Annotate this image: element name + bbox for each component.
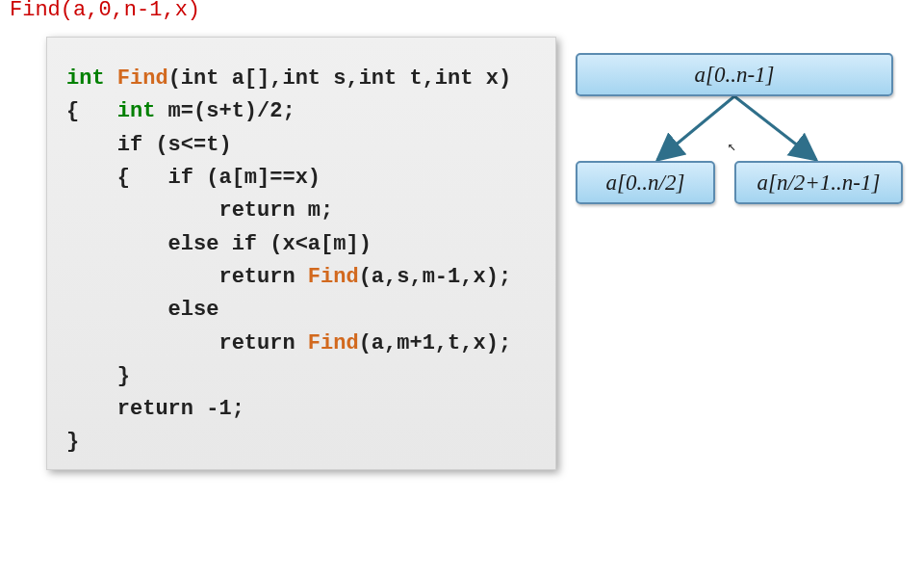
kw-type: int: [117, 99, 156, 123]
func-call: Find: [308, 265, 359, 289]
code-line: if (s<=t): [66, 133, 232, 157]
code-line: return m;: [66, 198, 333, 223]
func-name: Find: [117, 66, 168, 91]
code-line: m=(s+t)/2;: [155, 99, 295, 123]
arrow-right: [734, 96, 816, 160]
code-line: return: [66, 265, 308, 289]
kw-return-type: int: [66, 66, 105, 91]
code-listing: int Find(int a[],int s,int t,int x) { in…: [66, 63, 536, 460]
tree-root-node: a[0..n-1]: [576, 53, 893, 96]
code-line: return: [66, 331, 308, 355]
tree-right-node: a[n/2+1..n-1]: [734, 161, 903, 204]
func-call: Find: [308, 331, 359, 355]
tree-left-node: a[0..n/2]: [576, 161, 715, 204]
code-line: }: [66, 430, 79, 454]
code-line: return -1;: [66, 397, 244, 421]
code-line: else: [66, 298, 218, 322]
arrow-left: [657, 96, 734, 160]
code-line: (a,s,m-1,x);: [359, 265, 511, 289]
title-fragment: Find(a,0,n-1,x): [10, 0, 200, 22]
recursion-tree-diagram: a[0..n-1] a[0..n/2] a[n/2+1..n-1] ↖: [576, 48, 903, 222]
code-line: {: [66, 99, 117, 123]
code-line: { if (a[m]==x): [66, 166, 321, 190]
code-panel: int Find(int a[],int s,int t,int x) { in…: [46, 37, 556, 470]
code-line: }: [66, 364, 130, 388]
func-params: (int a[],int s,int t,int x): [168, 66, 511, 91]
code-line: else if (x<a[m]): [66, 232, 372, 256]
code-line: (a,m+1,t,x);: [359, 331, 511, 355]
